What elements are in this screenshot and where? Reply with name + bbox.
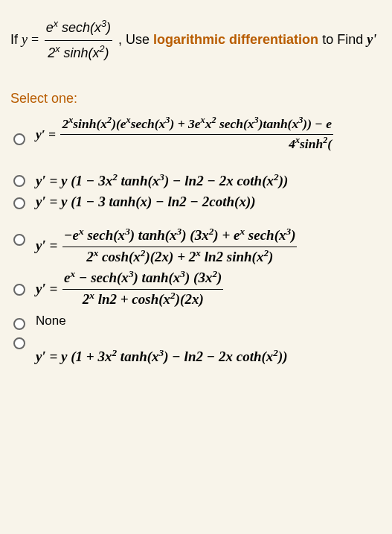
option-7-math: y′ = y (1 + 3x2 tanh(x3) − ln2 − 2x coth… [36, 333, 288, 366]
option-1[interactable]: y′ = 2xsinh(x2)(exsech(x3) + 3exx2 sech(… [10, 115, 382, 153]
option-3[interactable]: y′ = y (1 − 3 tanh(x) − ln2 − 2coth(x)) [10, 193, 382, 212]
radio-icon[interactable] [13, 197, 25, 209]
option-1-math: y′ = 2xsinh(x2)(exsech(x3) + 3exx2 sech(… [36, 115, 333, 153]
radio-icon[interactable] [13, 284, 25, 296]
select-one-label: Select one: [10, 91, 382, 107]
question-yprime: y' [367, 32, 376, 47]
option-5-math: y′ = ex − sech(x3) tanh(x3) (3x2) 2x ln2… [36, 269, 223, 308]
question-prefix: If [10, 32, 22, 47]
radio-icon[interactable] [13, 234, 25, 246]
option-4-math: y′ = −ex sech(x3) tanh(x3) (3x2) + ex se… [36, 216, 297, 266]
radio-icon[interactable] [13, 133, 25, 145]
option-5[interactable]: y′ = ex − sech(x3) tanh(x3) (3x2) 2x ln2… [10, 269, 382, 308]
radio-icon[interactable] [13, 337, 25, 349]
question-numerator: ex sech(x3) [45, 16, 112, 41]
option-6-text: None [36, 314, 66, 328]
question-keyword: logarithmic differentiation [153, 32, 318, 47]
radio-icon[interactable] [13, 318, 25, 330]
option-3-math: y′ = y (1 − 3 tanh(x) − ln2 − 2coth(x)) [36, 193, 256, 212]
question-fraction: ex sech(x3) 2x sinh(x2) [45, 16, 112, 64]
option-4[interactable]: y′ = −ex sech(x3) tanh(x3) (3x2) + ex se… [10, 216, 382, 266]
question-stem: If y = ex sech(x3) 2x sinh(x2) , Use log… [10, 16, 382, 64]
question-denominator: 2x sinh(x2) [45, 41, 112, 65]
option-2-math: y′ = y (1 − 3x2 tanh(x3) − ln2 − 2x coth… [36, 157, 288, 191]
question-use: , Use [118, 32, 150, 47]
option-2[interactable]: y′ = y (1 − 3x2 tanh(x3) − ln2 − 2x coth… [10, 157, 382, 191]
option-6[interactable]: None [10, 314, 382, 330]
option-7[interactable]: y′ = y (1 + 3x2 tanh(x3) − ln2 − 2x coth… [10, 333, 382, 366]
question-tofind: to Find [322, 32, 367, 47]
radio-icon[interactable] [13, 175, 25, 187]
